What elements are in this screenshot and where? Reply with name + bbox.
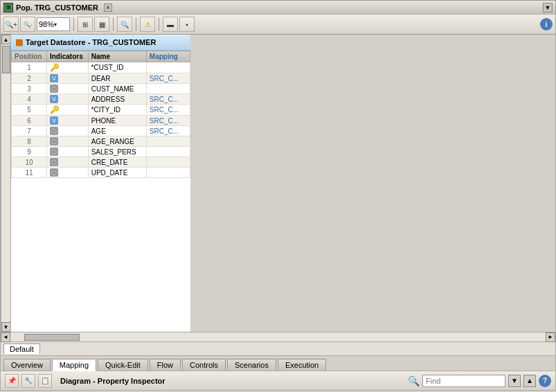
vertical-scrollbar[interactable]: ▲ ▼: [1, 35, 10, 332]
search-prev-button[interactable]: ▼: [508, 375, 521, 387]
zoom-value: 98%: [39, 20, 54, 28]
cell-mapping: [146, 157, 190, 168]
cell-mapping: SRC_C...: [146, 94, 190, 105]
col-indicators: Indicators: [46, 51, 88, 62]
warning-button[interactable]: ⚠: [140, 17, 155, 32]
cell-name: AGE: [88, 126, 146, 136]
table-row: 1🔑*CUST_ID: [12, 62, 190, 73]
cell-indicator: ◌: [46, 84, 88, 94]
tab-mapping[interactable]: Mapping: [52, 359, 96, 371]
search-icon-wrap: 🔍: [408, 375, 420, 386]
info-button[interactable]: i: [540, 18, 553, 30]
scroll-down-button[interactable]: ▼: [1, 322, 11, 332]
default-tab[interactable]: Default: [3, 344, 40, 354]
cell-indicator: 🔑: [46, 105, 88, 116]
canvas-inner: SRC_AGE_GROUP (SRC_AGE_GROUP) 1 - SRC_CU…: [1, 35, 10, 332]
target-table: Position Indicators Name Mapping 1🔑*CUST…: [11, 51, 190, 178]
col-position: Position: [12, 51, 47, 62]
cell-name: *CUST_ID: [88, 62, 146, 73]
cell-position: 2: [12, 73, 47, 84]
scroll-up-button[interactable]: ▲: [1, 35, 11, 44]
maximize-button[interactable]: ▼: [543, 3, 553, 12]
cell-indicator: V: [46, 73, 88, 84]
tab-quick-edit[interactable]: Quick-Edit: [98, 359, 148, 371]
fit-button[interactable]: ⊞: [78, 17, 93, 32]
search-globe-icon: 🔍: [408, 375, 420, 386]
table-row: 10◌CRE_DATE: [12, 157, 190, 168]
target-table-container[interactable]: Position Indicators Name Mapping 1🔑*CUST…: [11, 51, 190, 332]
toolbar-separator-3: [136, 17, 136, 31]
cell-name: UPD_DATE: [88, 168, 146, 178]
properties-button[interactable]: 🔧: [21, 374, 35, 388]
table-row: 8◌AGE_RANGE: [12, 136, 190, 147]
layout-button-2[interactable]: ▪: [179, 17, 195, 32]
cell-mapping: [146, 168, 190, 178]
main-area: SRC_AGE_GROUP (SRC_AGE_GROUP) 1 - SRC_CU…: [0, 35, 556, 332]
main-toolbar: 🔍+ 🔍- 98% ▾ ⊞ ▦ 🔍 ⚠ ▬ ▪ i: [0, 14, 556, 35]
cell-name: SALES_PERS: [88, 147, 146, 157]
cell-position: 4: [12, 94, 47, 105]
zoom-dropdown-arrow[interactable]: ▾: [54, 21, 57, 28]
cell-position: 9: [12, 147, 47, 157]
table-row: 2VDEARSRC_C...: [12, 73, 190, 84]
cell-name: CUST_NAME: [88, 84, 146, 94]
layout-button-1[interactable]: ▬: [163, 17, 178, 32]
h-scroll-thumb[interactable]: [24, 334, 80, 341]
search-area: 🔍 ▼ ▲ ?: [408, 375, 551, 387]
cell-mapping: SRC_C...: [146, 105, 190, 116]
table-row: 5🔑*CITY_IDSRC_C...: [12, 105, 190, 116]
title-bar: ⊞ Pop. TRG_CUSTOMER × ▼: [0, 0, 556, 14]
search-button[interactable]: 🔍: [117, 17, 132, 32]
close-button[interactable]: ×: [104, 3, 112, 12]
help-button[interactable]: ?: [539, 375, 551, 387]
tab-scenarios[interactable]: Scenarios: [227, 359, 276, 371]
window-icon: ⊞: [3, 3, 13, 12]
search-input[interactable]: [422, 375, 505, 387]
pin-button[interactable]: 📌: [5, 374, 19, 388]
cell-name: CRE_DATE: [88, 157, 146, 168]
tab-overview[interactable]: Overview: [3, 359, 51, 371]
cell-mapping: [146, 147, 190, 157]
zoom-box[interactable]: 98% ▾: [37, 17, 70, 31]
cell-indicator: 🔑: [46, 62, 88, 73]
cell-name: ADDRESS: [88, 94, 146, 105]
tab-execution[interactable]: Execution: [278, 359, 326, 371]
horizontal-scrollbar[interactable]: ◄ ►: [0, 332, 556, 342]
cell-name: PHONE: [88, 116, 146, 126]
cell-position: 5: [12, 105, 47, 116]
cell-mapping: SRC_C...: [146, 73, 190, 84]
table-row: 6VPHONESRC_C...: [12, 116, 190, 126]
toolbar-separator-2: [113, 17, 114, 31]
cell-name: DEAR: [88, 73, 146, 84]
toolbar-separator-4: [159, 17, 159, 31]
cell-position: 11: [12, 168, 47, 178]
col-mapping: Mapping: [146, 51, 190, 62]
right-panel-title: ▦ Target Datastore - TRG_CUSTOMER: [11, 35, 190, 51]
zoom-in-button[interactable]: 🔍+: [3, 17, 19, 32]
cell-indicator: ◌: [46, 168, 88, 178]
scroll-right-button[interactable]: ►: [546, 332, 555, 342]
cell-name: *CITY_ID: [88, 105, 146, 116]
bottom-toolbar: 📌 🔧 📋 Diagram - Property Inspector 🔍 ▼ ▲…: [0, 371, 556, 391]
select-button[interactable]: ▦: [94, 17, 109, 32]
h-scroll-track[interactable]: [10, 332, 546, 341]
scroll-track[interactable]: [1, 44, 10, 322]
tab-flow[interactable]: Flow: [150, 359, 181, 371]
zoom-out-button[interactable]: 🔍-: [20, 17, 35, 32]
scroll-left-button[interactable]: ◄: [1, 332, 10, 342]
right-panel-title-text: Target Datastore - TRG_CUSTOMER: [26, 38, 156, 46]
table-row: 4VADDRESSSRC_C...: [12, 94, 190, 105]
cell-position: 7: [12, 126, 47, 136]
default-tab-area: Default: [0, 342, 556, 356]
table-icon: ▦: [15, 37, 23, 47]
cell-mapping: SRC_C...: [146, 126, 190, 136]
table-row: 9◌SALES_PERS: [12, 147, 190, 157]
cell-indicator: ◌: [46, 157, 88, 168]
cell-indicator: ◌: [46, 136, 88, 147]
right-panel: ▦ Target Datastore - TRG_CUSTOMER Positi…: [10, 35, 190, 332]
scroll-thumb[interactable]: [2, 46, 10, 73]
cell-position: 6: [12, 116, 47, 126]
search-next-button[interactable]: ▲: [523, 375, 536, 387]
export-button[interactable]: 📋: [38, 374, 52, 388]
tab-controls[interactable]: Controls: [182, 359, 226, 371]
